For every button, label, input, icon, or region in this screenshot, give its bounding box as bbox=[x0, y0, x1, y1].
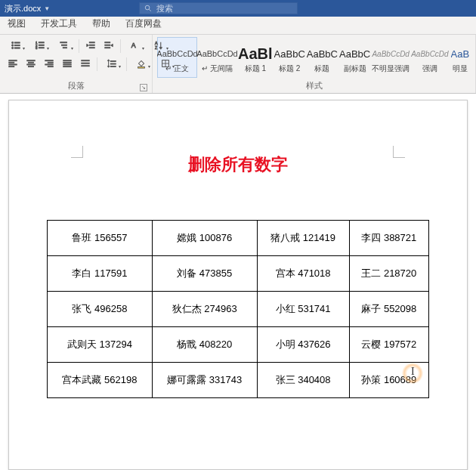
svg-rect-53 bbox=[110, 63, 116, 64]
multilevel-list-button[interactable]: ▾ bbox=[53, 38, 76, 53]
svg-rect-33 bbox=[9, 66, 14, 67]
table-cell[interactable]: 鲁班 156557 bbox=[48, 221, 153, 256]
svg-text:Z: Z bbox=[155, 45, 158, 50]
style-item[interactable]: AaBl标题 1 bbox=[237, 37, 274, 78]
svg-rect-7 bbox=[14, 48, 20, 48]
ribbon: ▾ 123 ▾ ▾ bbox=[0, 35, 476, 94]
style-sample: AaBbC bbox=[307, 42, 338, 65]
table-cell[interactable]: 王二 218720 bbox=[349, 256, 428, 292]
table-row: 张飞 496258狄仁杰 274963小红 531741麻子 552098 bbox=[48, 292, 429, 327]
table-row: 武则天 137294杨戬 408220小明 437626云樱 197572 bbox=[48, 327, 429, 363]
document-filename[interactable]: 演示.docx ▼ bbox=[0, 3, 56, 14]
svg-marker-29 bbox=[159, 48, 162, 50]
group-styles: AaBbCcDd↵ 正文AaBbCcDd↵ 无间隔AaBl标题 1AaBbC标题… bbox=[153, 35, 476, 93]
table-cell[interactable]: 张三 340408 bbox=[257, 363, 349, 398]
line-spacing-button[interactable]: ▾ bbox=[100, 56, 123, 71]
align-right-button[interactable] bbox=[41, 56, 57, 71]
align-right-icon bbox=[44, 58, 54, 69]
distributed-button[interactable] bbox=[77, 56, 94, 71]
asian-layout-icon: A bbox=[130, 40, 141, 51]
style-item[interactable]: AaB明显 bbox=[450, 37, 471, 78]
svg-text:A: A bbox=[131, 42, 136, 49]
page[interactable]: 删除所有数字 鲁班 156557嫦娥 100876猪八戒 121419李四 38… bbox=[8, 100, 468, 470]
table-row: 李白 117591刘备 473855宫本 471018王二 218720 bbox=[48, 256, 429, 292]
table-cell[interactable]: 宫本武藏 562198 bbox=[48, 363, 153, 398]
svg-text:A: A bbox=[155, 41, 158, 45]
style-item[interactable]: AaBbCcDd↵ 无间隔 bbox=[197, 37, 237, 78]
shading-button[interactable]: ▾ bbox=[130, 56, 153, 71]
document-canvas[interactable]: 删除所有数字 鲁班 156557嫦娥 100876猪八戒 121419李四 38… bbox=[0, 94, 476, 470]
align-left-button[interactable] bbox=[5, 56, 21, 71]
borders-button[interactable]: ▾ bbox=[154, 56, 177, 71]
svg-rect-16 bbox=[63, 48, 66, 48]
document-title[interactable]: 删除所有数字 bbox=[47, 153, 429, 176]
table-cell[interactable]: 麻子 552098 bbox=[349, 292, 428, 327]
bullets-button[interactable]: ▾ bbox=[5, 38, 27, 53]
svg-rect-46 bbox=[82, 60, 90, 61]
style-sample: AaBbCcDd bbox=[411, 42, 448, 65]
tab-developer[interactable]: 开发工具 bbox=[33, 14, 85, 34]
style-label: 标题 2 bbox=[279, 65, 300, 73]
tab-baidu[interactable]: 百度网盘 bbox=[118, 14, 169, 34]
table-cell[interactable]: 张飞 496258 bbox=[48, 292, 153, 327]
svg-rect-47 bbox=[82, 63, 90, 63]
align-justify-button[interactable] bbox=[59, 56, 76, 71]
data-table[interactable]: 鲁班 156557嫦娥 100876猪八戒 121419李四 388721李白 … bbox=[47, 220, 429, 398]
style-item[interactable]: AaBbC标题 2 bbox=[274, 37, 306, 78]
table-row: 鲁班 156557嫦娥 100876猪八戒 121419李四 388721 bbox=[48, 221, 429, 256]
filename-dropdown-icon: ▼ bbox=[44, 5, 50, 12]
table-cell[interactable]: 云樱 197572 bbox=[349, 327, 428, 363]
sort-icon: AZ bbox=[154, 40, 165, 51]
sort-button[interactable]: AZ ▾ bbox=[148, 38, 171, 53]
styles-gallery[interactable]: AaBbCcDd↵ 正文AaBbCcDd↵ 无间隔AaBl标题 1AaBbC标题… bbox=[157, 36, 471, 78]
svg-rect-32 bbox=[9, 64, 17, 65]
increase-indent-button[interactable] bbox=[100, 38, 117, 53]
style-item[interactable]: AaBbCcDd强调 bbox=[410, 37, 449, 78]
svg-rect-23 bbox=[105, 48, 110, 48]
style-label: 明显 bbox=[453, 65, 468, 73]
style-sample: AaB bbox=[451, 42, 470, 65]
decrease-indent-button[interactable] bbox=[82, 38, 99, 53]
svg-rect-48 bbox=[82, 66, 90, 66]
numbering-button[interactable]: 123 ▾ bbox=[29, 38, 51, 53]
table-cell[interactable]: 孙策 160689 bbox=[349, 363, 428, 398]
table-cell[interactable]: 李白 117591 bbox=[48, 256, 153, 292]
asian-layout-button[interactable]: A ▾ bbox=[124, 38, 147, 53]
style-item[interactable]: AaBbC标题 bbox=[306, 37, 338, 78]
svg-rect-35 bbox=[29, 62, 34, 63]
style-sample: AaBbCcDd bbox=[196, 42, 237, 65]
table-cell[interactable]: 猪八戒 121419 bbox=[257, 221, 349, 256]
tab-view[interactable]: 视图 bbox=[0, 14, 33, 34]
multilevel-icon bbox=[59, 40, 70, 51]
table-cell[interactable]: 小红 531741 bbox=[257, 292, 349, 327]
svg-rect-30 bbox=[9, 60, 17, 61]
table-cell[interactable]: 娜可露露 331743 bbox=[152, 363, 257, 398]
svg-marker-51 bbox=[107, 66, 110, 68]
svg-rect-38 bbox=[45, 60, 54, 61]
table-cell[interactable]: 狄仁杰 274963 bbox=[152, 292, 257, 327]
svg-point-4 bbox=[11, 45, 13, 46]
table-cell[interactable]: 宫本 471018 bbox=[257, 256, 349, 292]
table-cell[interactable]: 刘备 473855 bbox=[152, 256, 257, 292]
style-item[interactable]: AaBbCcDd不明显强调 bbox=[371, 37, 410, 78]
table-cell[interactable]: 武则天 137294 bbox=[48, 327, 153, 363]
svg-rect-44 bbox=[63, 64, 72, 65]
svg-rect-13 bbox=[39, 48, 44, 48]
distributed-icon bbox=[80, 58, 91, 69]
style-sample: AaBl bbox=[238, 42, 273, 65]
paragraph-dialog-launcher[interactable]: ↘ bbox=[140, 84, 147, 91]
styles-group-label: 样式 bbox=[157, 79, 471, 93]
table-cell[interactable]: 李四 388721 bbox=[349, 221, 428, 256]
search-box[interactable]: 搜索 bbox=[139, 2, 298, 14]
style-label: 不明显强调 bbox=[372, 65, 410, 73]
table-cell[interactable]: 杨戬 408220 bbox=[152, 327, 257, 363]
align-center-button[interactable] bbox=[23, 56, 39, 71]
numbering-icon: 123 bbox=[35, 40, 45, 51]
tab-help[interactable]: 帮助 bbox=[85, 14, 118, 34]
style-label: 标题 bbox=[314, 65, 329, 73]
style-item[interactable]: AaBbC副标题 bbox=[338, 37, 371, 78]
svg-rect-22 bbox=[105, 45, 110, 45]
table-cell[interactable]: 嫦娥 100876 bbox=[152, 221, 257, 256]
svg-rect-3 bbox=[14, 42, 20, 43]
table-cell[interactable]: 小明 437626 bbox=[257, 327, 349, 363]
